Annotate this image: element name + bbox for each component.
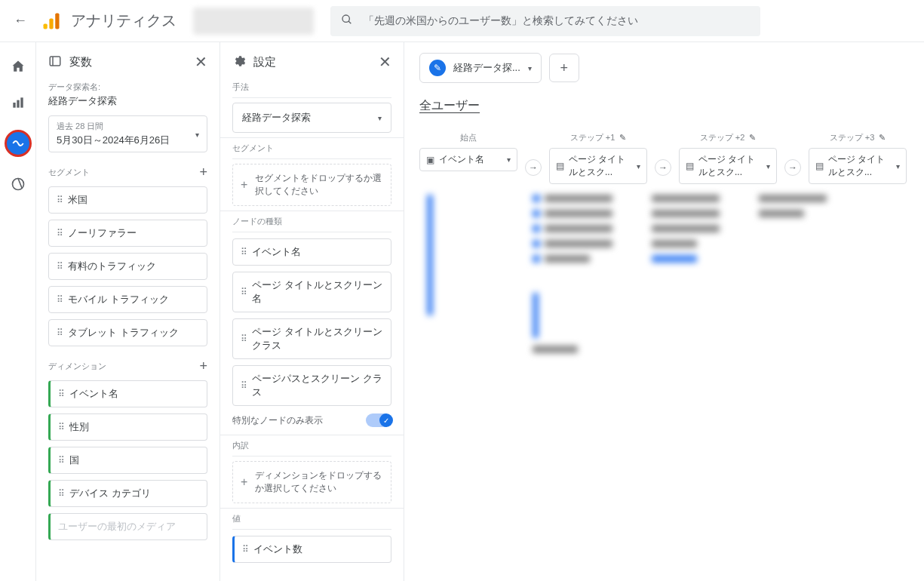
breakdown-label: 内訳 (232, 440, 391, 456)
svg-rect-1 (49, 18, 53, 29)
chevron-down-icon: ▾ (528, 64, 532, 72)
settings-title: 設定 (253, 55, 276, 69)
tag-icon: ▣ (426, 155, 434, 165)
search-icon (341, 14, 353, 29)
app-title: アナリティクス (71, 11, 177, 31)
node-type-chip[interactable]: ⠿ページ タイトルとスクリーン クラス (232, 318, 391, 359)
node-type-chip[interactable]: ⠿ページパスとスクリーン クラス (232, 365, 391, 406)
svg-rect-9 (50, 57, 60, 66)
tab-strip: ✎ 経路データ探... ▾ + (419, 53, 909, 83)
account-selector[interactable] (193, 8, 314, 35)
exploration-name-field[interactable]: 経路データ探索 (48, 94, 207, 108)
step-label: ステップ +1 (570, 132, 615, 143)
start-node-select[interactable]: ▣ イベント名 ▾ (419, 148, 517, 171)
explore-icon[interactable] (5, 130, 32, 157)
plus-icon: + (241, 475, 247, 489)
canvas-title: 全ユーザー (419, 98, 480, 114)
grip-icon: ⠿ (58, 422, 63, 432)
chevron-down-icon: ▾ (195, 130, 199, 138)
step-node-select[interactable]: ▤ ページ タイトルとスク... ▾ (549, 148, 647, 184)
grip-icon: ⠿ (57, 195, 62, 205)
pencil-icon[interactable]: ✎ (749, 133, 756, 143)
step-label: ステップ +2 (700, 132, 745, 143)
close-settings-button[interactable]: ✕ (379, 53, 391, 71)
svg-rect-7 (20, 97, 23, 107)
segment-chip[interactable]: ⠿タブレット トラフィック (48, 319, 207, 346)
add-dimension-button[interactable]: + (199, 358, 207, 374)
top-header: ← アナリティクス 「先週の米国からのユーザー数」と検索してみてください (0, 0, 924, 42)
svg-line-4 (348, 21, 351, 23)
values-label: 値 (232, 513, 391, 530)
pencil-icon: ✎ (429, 60, 446, 76)
segment-chip[interactable]: ⠿有料のトラフィック (48, 253, 207, 280)
grip-icon: ⠿ (241, 380, 246, 391)
chevron-down-icon: ▾ (637, 162, 640, 171)
arrow-right-icon: → (525, 159, 542, 176)
special-nodes-toggle[interactable]: ✓ (366, 413, 391, 427)
dimensions-label: ディメンション (48, 361, 106, 372)
special-nodes-label: 特別なノードのみ表示 (232, 414, 323, 427)
value-chip[interactable]: ⠿イベント数 (232, 536, 391, 563)
exploration-tab[interactable]: ✎ 経路データ探... ▾ (419, 53, 542, 83)
node-type-chip[interactable]: ⠿ページ タイトルとスクリーン名 (232, 272, 391, 312)
chevron-down-icon: ▾ (896, 162, 900, 171)
dimension-chip[interactable]: ⠿国 (48, 447, 207, 474)
grip-icon: ⠿ (57, 327, 62, 338)
variables-panel: 変数 ✕ データ探索名: 経路データ探索 過去 28 日間 5月30日～2024… (36, 42, 220, 581)
technique-select[interactable]: 経路データ探索 ▾ (232, 103, 391, 133)
svg-rect-5 (13, 103, 15, 108)
path-visualization (419, 195, 909, 353)
dimension-chip[interactable]: ⠿デバイス カテゴリ (48, 480, 207, 507)
step-node-select[interactable]: ▤ ページ タイトルとスク... ▾ (679, 148, 777, 184)
home-icon[interactable] (9, 57, 27, 75)
variables-icon (48, 54, 62, 70)
date-range-picker[interactable]: 過去 28 日間 5月30日～2024年6月26日 ▾ (48, 115, 207, 152)
page-icon: ▤ (686, 161, 694, 171)
arrow-right-icon: → (655, 159, 671, 176)
grip-icon: ⠿ (57, 294, 62, 305)
svg-point-3 (342, 15, 349, 22)
dimension-chip-ghost[interactable]: ユーザーの最初のメディア (48, 513, 207, 540)
nav-rail (0, 42, 36, 581)
dimension-chip[interactable]: ⠿イベント名 (48, 380, 207, 407)
svg-rect-2 (55, 13, 59, 29)
add-segment-button[interactable]: + (199, 164, 207, 180)
grip-icon: ⠿ (242, 544, 247, 555)
ga-logo-icon (41, 11, 62, 32)
exploration-canvas: ✎ 経路データ探... ▾ + 全ユーザー 始点 ▣ イベント名 ▾ → ステッ… (404, 42, 924, 581)
grip-icon: ⠿ (58, 389, 63, 399)
segment-drop-zone[interactable]: + セグメントをドロップするか選択してください (232, 164, 391, 206)
settings-panel: 設定 ✕ 手法 経路データ探索 ▾ セグメント + セグメントをドロップするか選… (220, 42, 404, 581)
svg-rect-6 (17, 100, 19, 108)
gear-icon (232, 54, 246, 70)
page-icon: ▤ (815, 161, 824, 171)
plus-icon: + (241, 178, 247, 192)
advertising-icon[interactable] (9, 175, 27, 193)
pencil-icon[interactable]: ✎ (619, 133, 626, 143)
step-node-select[interactable]: ▤ ページ タイトルとスク... ▾ (809, 148, 907, 184)
dimension-chip[interactable]: ⠿性別 (48, 413, 207, 441)
node-type-label: ノードの種類 (232, 216, 391, 232)
add-tab-button[interactable]: + (549, 54, 579, 82)
close-variables-button[interactable]: ✕ (195, 53, 207, 71)
chevron-down-icon: ▾ (507, 155, 511, 164)
segment-chip[interactable]: ⠿ノーリファラー (48, 220, 207, 247)
chevron-down-icon: ▾ (766, 162, 770, 171)
arrow-right-icon: → (784, 159, 801, 176)
chevron-down-icon: ▾ (378, 114, 382, 122)
grip-icon: ⠿ (241, 287, 246, 297)
grip-icon: ⠿ (57, 261, 62, 272)
exploration-name-label: データ探索名: (48, 81, 207, 93)
search-input[interactable]: 「先週の米国からのユーザー数」と検索してみてください (330, 6, 760, 36)
pencil-icon[interactable]: ✎ (879, 133, 886, 143)
grip-icon: ⠿ (57, 228, 62, 238)
node-type-chip[interactable]: ⠿イベント名 (232, 238, 391, 266)
breakdown-drop-zone[interactable]: + ディメンションをドロップするか選択してください (232, 461, 391, 503)
segment-chip[interactable]: ⠿米国 (48, 186, 207, 214)
reports-icon[interactable] (9, 94, 27, 112)
back-button[interactable]: ← (9, 8, 32, 33)
search-placeholder: 「先週の米国からのユーザー数」と検索してみてください (364, 14, 638, 28)
page-icon: ▤ (556, 161, 564, 171)
start-label: 始点 (460, 132, 477, 143)
segment-chip[interactable]: ⠿モバイル トラフィック (48, 286, 207, 313)
